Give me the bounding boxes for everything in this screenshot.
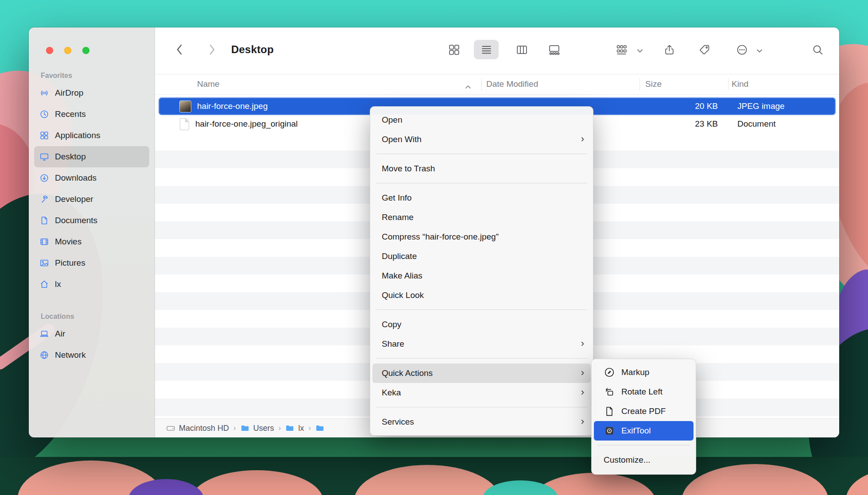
gallery-view-button[interactable] [544, 40, 564, 59]
downloads-icon [39, 173, 49, 183]
zoom-button[interactable] [82, 47, 89, 54]
toolbar: Desktop [155, 27, 839, 74]
menu-separator [592, 441, 696, 450]
menu-item-label: Copy [382, 320, 401, 329]
path-item-partial[interactable] [315, 424, 328, 433]
globe-icon [39, 350, 49, 360]
submenu-chevron-icon: › [581, 368, 584, 378]
column-view-button[interactable] [512, 40, 531, 59]
menu-item-open-with[interactable]: Open With› [370, 130, 593, 149]
minimize-button[interactable] [64, 47, 71, 54]
submenu-item-create-pdf[interactable]: Create PDF [594, 402, 694, 421]
path-label: Macintosh HD [179, 424, 229, 433]
sidebar-item-developer[interactable]: Developer [34, 189, 149, 210]
sidebar-item-downloads[interactable]: Downloads [34, 167, 149, 189]
menu-item-label: Rename [382, 213, 414, 222]
tag-button[interactable] [694, 40, 714, 59]
menu-item-services[interactable]: Services› [370, 412, 593, 432]
path-item-macintosh-hd[interactable]: Macintosh HD [166, 424, 229, 433]
column-divider[interactable] [639, 78, 640, 91]
column-header-date-modified[interactable]: Date Modified [486, 79, 538, 89]
column-header-name[interactable]: Name [197, 79, 220, 89]
desktop-wallpaper: Favorites AirDrop Recents Applications D… [0, 0, 868, 495]
sidebar-item-airdrop[interactable]: AirDrop [34, 82, 149, 104]
sidebar-item-label: Applications [55, 131, 100, 140]
submenu-item-rotate-left[interactable]: Rotate Left [594, 382, 694, 402]
column-header-kind[interactable]: Kind [732, 79, 748, 89]
sort-ascending-icon [465, 81, 471, 91]
menu-item-rename[interactable]: Rename [370, 208, 593, 227]
back-button[interactable] [170, 40, 189, 59]
film-icon [39, 237, 49, 247]
context-menu: Open Open With› Move to Trash Get Info R… [370, 106, 593, 436]
menu-item-quick-actions[interactable]: Quick Actions› [372, 364, 591, 383]
sidebar-item-label: Air [55, 329, 65, 339]
sidebar-item-label: Downloads [55, 173, 97, 183]
menu-item-get-info[interactable]: Get Info [370, 188, 593, 208]
column-divider[interactable] [481, 78, 482, 91]
forward-button[interactable] [202, 40, 222, 59]
search-button[interactable] [808, 40, 827, 59]
menu-item-label: Quick Look [382, 290, 424, 300]
submenu-item-markup[interactable]: Markup [594, 363, 694, 382]
share-button[interactable] [659, 40, 679, 59]
sidebar-item-label: Developer [55, 194, 93, 204]
menu-item-move-to-trash[interactable]: Move to Trash [370, 159, 593, 178]
menu-item-compress[interactable]: Compress “hair-force-one.jpeg” [370, 227, 593, 247]
submenu-item-label: Create PDF [621, 406, 666, 416]
sidebar-item-label: Desktop [55, 152, 86, 162]
sidebar-item-recents[interactable]: Recents [34, 104, 149, 125]
path-label: Users [253, 424, 274, 433]
menu-item-copy[interactable]: Copy [370, 315, 593, 334]
file-name: hair-force-one.jpeg [197, 101, 267, 111]
menu-item-duplicate[interactable]: Duplicate [370, 247, 593, 266]
sidebar-item-pictures[interactable]: Pictures [34, 252, 149, 274]
menu-item-make-alias[interactable]: Make Alias [370, 266, 593, 286]
document-file-icon [180, 118, 189, 130]
disk-icon [166, 424, 175, 433]
list-view-button[interactable] [477, 40, 496, 59]
submenu-item-exiftool[interactable]: ExifTool [594, 421, 694, 441]
menu-separator [370, 402, 593, 412]
menu-item-label: Get Info [382, 193, 412, 203]
menu-item-keka[interactable]: Keka› [370, 383, 593, 402]
clock-icon [39, 109, 49, 119]
folder-icon [240, 424, 250, 433]
column-divider[interactable] [728, 78, 728, 91]
menu-item-label: Quick Actions [382, 368, 433, 378]
laptop-icon [39, 329, 49, 339]
sidebar-item-applications[interactable]: Applications [34, 125, 149, 146]
submenu-item-customize[interactable]: Customize... [594, 450, 694, 470]
window-title: Desktop [231, 43, 274, 56]
close-button[interactable] [46, 47, 53, 54]
locations-heading: Locations [41, 313, 155, 321]
image-thumbnail-icon [180, 101, 191, 112]
sidebar-item-movies[interactable]: Movies [34, 231, 149, 252]
menu-item-open[interactable]: Open [370, 110, 593, 130]
sidebar-item-label: lx [55, 279, 61, 289]
menu-item-label: Open [382, 115, 402, 125]
menu-item-quick-look[interactable]: Quick Look [370, 286, 593, 305]
sidebar-item-air[interactable]: Air [34, 323, 149, 344]
submenu-chevron-icon: › [581, 417, 584, 426]
submenu-item-label: ExifTool [621, 426, 651, 436]
sidebar-item-network[interactable]: Network [34, 344, 149, 366]
group-button[interactable] [612, 40, 631, 59]
sidebar-item-home[interactable]: lx [34, 274, 149, 295]
sidebar: Favorites AirDrop Recents Applications D… [29, 27, 155, 437]
menu-item-share[interactable]: Share› [370, 334, 593, 354]
icon-view-button[interactable] [444, 40, 464, 59]
file-kind: Document [737, 119, 776, 129]
submenu-item-label: Rotate Left [621, 387, 663, 397]
sidebar-item-desktop[interactable]: Desktop [34, 146, 149, 167]
file-size: 23 KB [695, 119, 718, 129]
path-item-users[interactable]: Users [240, 424, 274, 433]
menu-item-label: Keka [382, 388, 401, 398]
exiftool-icon [604, 425, 615, 437]
sidebar-item-label: AirDrop [55, 88, 83, 98]
more-button[interactable] [732, 40, 752, 59]
path-item-lx[interactable]: lx [285, 424, 304, 433]
sidebar-item-label: Documents [55, 216, 97, 225]
column-header-size[interactable]: Size [645, 79, 662, 89]
sidebar-item-documents[interactable]: Documents [34, 210, 149, 231]
